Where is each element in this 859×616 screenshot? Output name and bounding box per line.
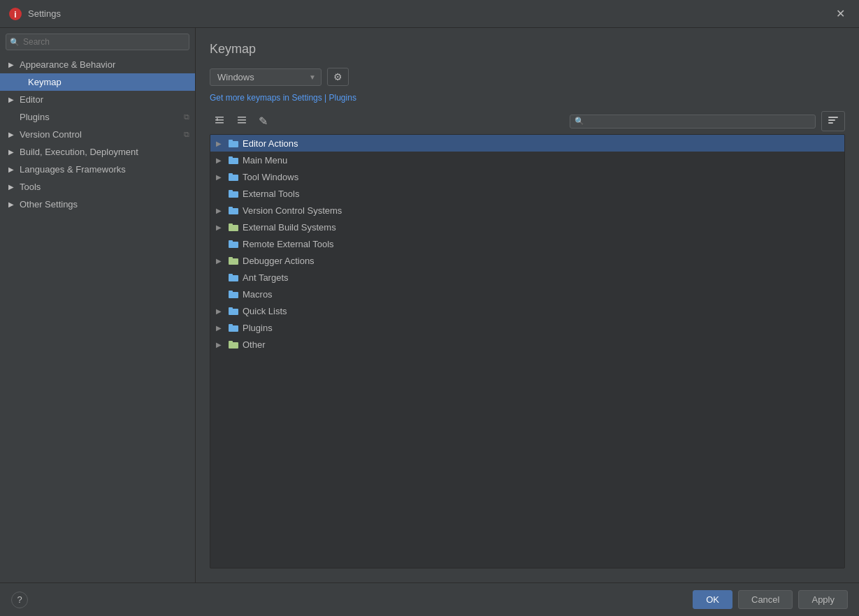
app-logo: i <box>8 7 22 21</box>
close-button[interactable]: ✕ <box>830 4 851 23</box>
chevron-icon: ▶ <box>8 148 17 156</box>
svg-rect-14 <box>229 158 238 164</box>
svg-rect-11 <box>828 122 833 124</box>
chevron-icon: ▶ <box>216 257 227 265</box>
keymap-gear-button[interactable]: ⚙ <box>327 68 349 86</box>
copy-icon: ⧉ <box>184 112 189 122</box>
settings-plugins-link[interactable]: Get more keymaps in Settings | Plugins <box>210 93 845 103</box>
svg-rect-2 <box>215 117 224 118</box>
sidebar-item-label: Languages & Frameworks <box>20 164 189 175</box>
chevron-icon: ▶ <box>8 131 17 138</box>
keymap-header: Windows macOS Linux Default for XWin ▼ ⚙ <box>210 68 845 86</box>
sidebar-item-plugins[interactable]: Plugins ⧉ <box>0 108 195 126</box>
cancel-button[interactable]: Cancel <box>738 590 793 609</box>
keymap-search-input[interactable] <box>587 117 811 126</box>
tree-item-label: Tool Windows <box>243 172 839 182</box>
sidebar-item-keymap[interactable]: Keymap <box>0 73 195 91</box>
svg-text:i: i <box>14 10 16 20</box>
svg-rect-27 <box>229 257 233 259</box>
sidebar-item-label: Editor <box>20 94 189 105</box>
ok-button[interactable]: OK <box>693 590 732 609</box>
chevron-icon: ▶ <box>216 207 227 214</box>
folder-action-icon <box>227 288 240 300</box>
chevron-icon: ▶ <box>216 156 227 164</box>
folder-action-icon <box>227 204 240 217</box>
toolbar-search-box: 🔍 <box>570 115 816 129</box>
tree-item-ant-targets[interactable]: Ant Targets <box>210 269 844 286</box>
chevron-icon: ▶ <box>8 166 17 173</box>
svg-rect-23 <box>229 223 233 226</box>
svg-rect-18 <box>229 191 238 198</box>
sidebar-item-label: Version Control <box>20 129 184 140</box>
svg-rect-34 <box>229 325 238 332</box>
sidebar-item-tools[interactable]: ▶ Tools <box>0 178 195 196</box>
sidebar-item-label: Build, Execution, Deployment <box>20 147 189 157</box>
help-button[interactable]: ? <box>11 592 28 608</box>
sidebar: 🔍 ▶ Appearance & Behavior Keymap ▶ Edito… <box>0 28 196 582</box>
tree-item-label: Ant Targets <box>243 272 839 283</box>
tree-item-label: Macros <box>243 289 839 300</box>
svg-rect-24 <box>229 242 238 248</box>
folder-action-icon <box>227 305 240 317</box>
tree-item-external-tools[interactable]: External Tools <box>210 185 844 202</box>
folder-action-icon <box>227 170 240 183</box>
sidebar-item-label: Keymap <box>28 77 189 87</box>
tree-item-remote-external-tools[interactable]: Remote External Tools <box>210 235 844 252</box>
sidebar-item-other-settings[interactable]: ▶ Other Settings <box>0 196 195 213</box>
tree-item-editor-actions[interactable]: ▶ Editor Actions <box>210 135 844 152</box>
bottom-bar: ? OK Cancel Apply <box>0 582 859 616</box>
copy-icon: ⧉ <box>184 130 189 139</box>
svg-rect-6 <box>238 117 246 118</box>
folder-gear-icon <box>227 338 240 351</box>
sidebar-search-input[interactable] <box>6 34 189 50</box>
tree-item-label: External Tools <box>243 189 839 199</box>
sidebar-item-languages[interactable]: ▶ Languages & Frameworks <box>0 161 195 178</box>
chevron-icon: ▶ <box>8 61 17 68</box>
sidebar-item-appearance[interactable]: ▶ Appearance & Behavior <box>0 56 195 73</box>
svg-rect-5 <box>217 118 218 121</box>
sidebar-item-label: Tools <box>20 182 189 192</box>
tree-item-label: Version Control Systems <box>243 205 839 216</box>
tree-item-external-build-systems[interactable]: ▶ External Build Systems <box>210 219 844 235</box>
tree-item-label: Other <box>243 339 839 350</box>
sidebar-item-label: Plugins <box>20 112 184 122</box>
tree-item-label: Debugger Actions <box>243 256 839 266</box>
settings-window: i Settings ✕ 🔍 ▶ Appearance & Behavior K… <box>0 0 859 616</box>
collapse-all-button[interactable] <box>232 112 252 131</box>
chevron-icon: ▶ <box>216 341 227 349</box>
svg-rect-32 <box>229 309 238 315</box>
tree-item-macros[interactable]: Macros <box>210 286 844 302</box>
svg-rect-9 <box>828 117 838 118</box>
apply-button[interactable]: Apply <box>798 590 848 609</box>
tree-item-tool-windows[interactable]: ▶ Tool Windows <box>210 168 844 185</box>
svg-rect-29 <box>229 274 233 276</box>
tree-item-vcs[interactable]: ▶ Version Control Systems <box>210 202 844 219</box>
sidebar-item-version-control[interactable]: ▶ Version Control ⧉ <box>0 126 195 143</box>
keymap-toolbar: ✎ 🔍 <box>210 111 845 131</box>
tree-item-main-menu[interactable]: ▶ Main Menu <box>210 152 844 168</box>
tree-item-quick-lists[interactable]: ▶ Quick Lists <box>210 302 844 319</box>
sidebar-item-editor[interactable]: ▶ Editor <box>0 91 195 108</box>
expand-all-button[interactable] <box>210 112 229 131</box>
svg-rect-33 <box>229 307 233 309</box>
sidebar-item-build[interactable]: ▶ Build, Execution, Deployment <box>0 143 195 161</box>
svg-rect-3 <box>215 119 224 121</box>
edit-button[interactable]: ✎ <box>254 112 272 130</box>
find-action-button[interactable] <box>821 111 845 131</box>
window-title: Settings <box>28 8 830 19</box>
chevron-icon: ▶ <box>8 183 17 191</box>
chevron-icon: ▶ <box>8 96 17 103</box>
tree-item-label: External Build Systems <box>243 222 839 233</box>
titlebar: i Settings ✕ <box>0 0 859 28</box>
svg-rect-21 <box>229 207 233 209</box>
svg-rect-20 <box>229 208 238 214</box>
keymap-select[interactable]: Windows macOS Linux Default for XWin <box>210 68 322 86</box>
tree-item-label: Editor Actions <box>243 138 839 149</box>
svg-rect-10 <box>828 119 835 121</box>
search-box: 🔍 <box>6 34 189 50</box>
tree-item-plugins[interactable]: ▶ Plugins <box>210 319 844 336</box>
tree-item-other[interactable]: ▶ Other <box>210 336 844 353</box>
svg-rect-19 <box>229 190 233 192</box>
tree-item-debugger-actions[interactable]: ▶ Debugger Actions <box>210 252 844 269</box>
chevron-icon: ▶ <box>216 324 227 332</box>
